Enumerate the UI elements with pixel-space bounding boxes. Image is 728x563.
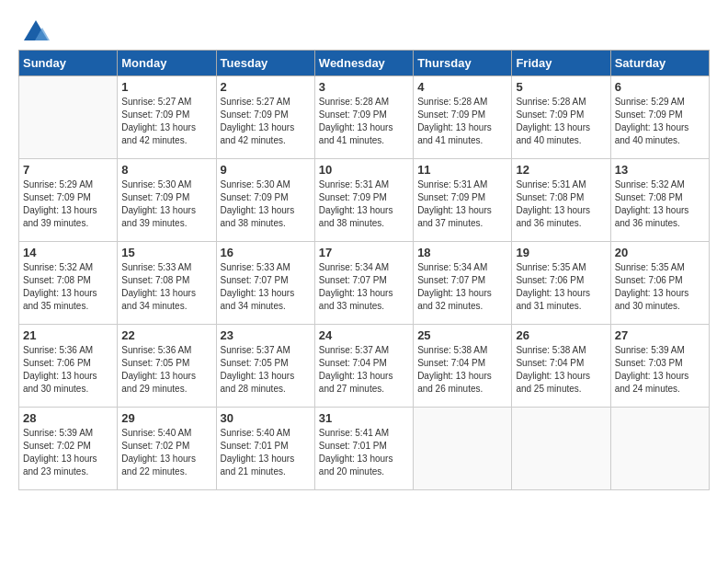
day-number: 6	[615, 80, 705, 94]
day-info: Sunrise: 5:35 AMSunset: 7:06 PMDaylight:…	[615, 261, 705, 313]
day-info: Sunrise: 5:32 AMSunset: 7:08 PMDaylight:…	[23, 261, 113, 313]
day-info: Sunrise: 5:31 AMSunset: 7:08 PMDaylight:…	[516, 178, 606, 230]
day-info: Sunrise: 5:34 AMSunset: 7:07 PMDaylight:…	[319, 261, 409, 313]
day-number: 29	[121, 411, 211, 425]
calendar-week-row: 28Sunrise: 5:39 AMSunset: 7:02 PMDayligh…	[19, 408, 710, 490]
day-info: Sunrise: 5:29 AMSunset: 7:09 PMDaylight:…	[23, 178, 113, 230]
day-number: 23	[221, 328, 311, 342]
calendar-week-row: 7Sunrise: 5:29 AMSunset: 7:09 PMDaylight…	[19, 159, 710, 242]
day-number: 21	[23, 328, 113, 342]
calendar-cell: 26Sunrise: 5:38 AMSunset: 7:04 PMDayligh…	[512, 325, 610, 408]
day-number: 18	[417, 246, 507, 259]
calendar-cell: 20Sunrise: 5:35 AMSunset: 7:06 PMDayligh…	[610, 242, 709, 325]
calendar-cell: 4Sunrise: 5:28 AMSunset: 7:09 PMDaylight…	[414, 76, 512, 159]
page-header	[18, 18, 710, 40]
day-number: 14	[23, 246, 113, 259]
day-number: 26	[516, 328, 606, 342]
calendar-cell: 25Sunrise: 5:38 AMSunset: 7:04 PMDayligh…	[414, 325, 512, 408]
calendar-cell: 9Sunrise: 5:30 AMSunset: 7:09 PMDaylight…	[216, 159, 314, 242]
day-number: 13	[615, 163, 705, 177]
calendar-cell: 3Sunrise: 5:28 AMSunset: 7:09 PMDaylight…	[314, 76, 413, 159]
day-number: 20	[615, 246, 705, 259]
calendar-cell: 7Sunrise: 5:29 AMSunset: 7:09 PMDaylight…	[19, 159, 118, 242]
day-number: 11	[417, 163, 507, 177]
logo	[18, 18, 50, 40]
day-info: Sunrise: 5:30 AMSunset: 7:09 PMDaylight:…	[221, 178, 311, 230]
day-number: 25	[417, 328, 507, 342]
calendar-table: SundayMondayTuesdayWednesdayThursdayFrid…	[18, 50, 710, 490]
calendar-header-row: SundayMondayTuesdayWednesdayThursdayFrid…	[19, 51, 710, 76]
calendar-cell: 28Sunrise: 5:39 AMSunset: 7:02 PMDayligh…	[19, 408, 118, 490]
calendar-cell: 8Sunrise: 5:30 AMSunset: 7:09 PMDaylight…	[118, 159, 216, 242]
day-info: Sunrise: 5:34 AMSunset: 7:07 PMDaylight:…	[417, 261, 507, 313]
day-info: Sunrise: 5:36 AMSunset: 7:06 PMDaylight:…	[23, 344, 113, 396]
calendar-week-row: 1Sunrise: 5:27 AMSunset: 7:09 PMDaylight…	[19, 76, 710, 159]
day-info: Sunrise: 5:35 AMSunset: 7:06 PMDaylight:…	[516, 261, 606, 313]
day-number: 9	[221, 163, 311, 177]
calendar-cell: 19Sunrise: 5:35 AMSunset: 7:06 PMDayligh…	[512, 242, 610, 325]
day-info: Sunrise: 5:32 AMSunset: 7:08 PMDaylight:…	[615, 178, 705, 230]
calendar-cell: 16Sunrise: 5:33 AMSunset: 7:07 PMDayligh…	[216, 242, 314, 325]
header-thursday: Thursday	[414, 51, 512, 76]
day-number: 1	[121, 80, 211, 94]
day-number: 31	[319, 411, 409, 425]
calendar-cell: 13Sunrise: 5:32 AMSunset: 7:08 PMDayligh…	[610, 159, 709, 242]
calendar-cell: 12Sunrise: 5:31 AMSunset: 7:08 PMDayligh…	[512, 159, 610, 242]
day-number: 15	[121, 246, 211, 259]
calendar-cell: 17Sunrise: 5:34 AMSunset: 7:07 PMDayligh…	[314, 242, 413, 325]
calendar-week-row: 14Sunrise: 5:32 AMSunset: 7:08 PMDayligh…	[19, 242, 710, 325]
day-number: 5	[516, 80, 606, 94]
day-info: Sunrise: 5:36 AMSunset: 7:05 PMDaylight:…	[121, 344, 211, 396]
day-info: Sunrise: 5:30 AMSunset: 7:09 PMDaylight:…	[121, 178, 211, 230]
day-number: 2	[221, 80, 311, 94]
day-info: Sunrise: 5:41 AMSunset: 7:01 PMDaylight:…	[319, 427, 409, 478]
calendar-cell: 29Sunrise: 5:40 AMSunset: 7:02 PMDayligh…	[118, 408, 216, 490]
header-monday: Monday	[118, 51, 216, 76]
header-sunday: Sunday	[19, 51, 118, 76]
calendar-cell: 2Sunrise: 5:27 AMSunset: 7:09 PMDaylight…	[216, 76, 314, 159]
calendar-cell: 1Sunrise: 5:27 AMSunset: 7:09 PMDaylight…	[118, 76, 216, 159]
header-tuesday: Tuesday	[216, 51, 314, 76]
calendar-cell: 15Sunrise: 5:33 AMSunset: 7:08 PMDayligh…	[118, 242, 216, 325]
day-info: Sunrise: 5:39 AMSunset: 7:03 PMDaylight:…	[615, 344, 705, 396]
calendar-cell: 22Sunrise: 5:36 AMSunset: 7:05 PMDayligh…	[118, 325, 216, 408]
day-info: Sunrise: 5:29 AMSunset: 7:09 PMDaylight:…	[615, 96, 705, 147]
day-info: Sunrise: 5:31 AMSunset: 7:09 PMDaylight:…	[319, 178, 409, 230]
day-info: Sunrise: 5:28 AMSunset: 7:09 PMDaylight:…	[319, 96, 409, 147]
day-number: 4	[417, 80, 507, 94]
calendar-cell: 21Sunrise: 5:36 AMSunset: 7:06 PMDayligh…	[19, 325, 118, 408]
day-number: 12	[516, 163, 606, 177]
day-info: Sunrise: 5:27 AMSunset: 7:09 PMDaylight:…	[121, 96, 211, 147]
calendar-week-row: 21Sunrise: 5:36 AMSunset: 7:06 PMDayligh…	[19, 325, 710, 408]
day-info: Sunrise: 5:33 AMSunset: 7:07 PMDaylight:…	[221, 261, 311, 313]
header-wednesday: Wednesday	[314, 51, 413, 76]
day-info: Sunrise: 5:37 AMSunset: 7:04 PMDaylight:…	[319, 344, 409, 396]
day-info: Sunrise: 5:39 AMSunset: 7:02 PMDaylight:…	[23, 427, 113, 478]
calendar-cell: 11Sunrise: 5:31 AMSunset: 7:09 PMDayligh…	[414, 159, 512, 242]
calendar-cell	[512, 408, 610, 490]
header-friday: Friday	[512, 51, 610, 76]
calendar-cell	[610, 408, 709, 490]
day-number: 24	[319, 328, 409, 342]
day-info: Sunrise: 5:27 AMSunset: 7:09 PMDaylight:…	[221, 96, 311, 147]
calendar-cell: 5Sunrise: 5:28 AMSunset: 7:09 PMDaylight…	[512, 76, 610, 159]
day-number: 19	[516, 246, 606, 259]
calendar-cell: 24Sunrise: 5:37 AMSunset: 7:04 PMDayligh…	[314, 325, 413, 408]
calendar-cell	[414, 408, 512, 490]
calendar-cell: 30Sunrise: 5:40 AMSunset: 7:01 PMDayligh…	[216, 408, 314, 490]
calendar-cell: 27Sunrise: 5:39 AMSunset: 7:03 PMDayligh…	[610, 325, 709, 408]
calendar-cell: 10Sunrise: 5:31 AMSunset: 7:09 PMDayligh…	[314, 159, 413, 242]
day-info: Sunrise: 5:28 AMSunset: 7:09 PMDaylight:…	[516, 96, 606, 147]
day-number: 3	[319, 80, 409, 94]
day-info: Sunrise: 5:38 AMSunset: 7:04 PMDaylight:…	[516, 344, 606, 396]
day-number: 17	[319, 246, 409, 259]
calendar-cell: 23Sunrise: 5:37 AMSunset: 7:05 PMDayligh…	[216, 325, 314, 408]
day-number: 8	[121, 163, 211, 177]
day-number: 16	[221, 246, 311, 259]
day-info: Sunrise: 5:33 AMSunset: 7:08 PMDaylight:…	[121, 261, 211, 313]
calendar-cell	[19, 76, 118, 159]
header-saturday: Saturday	[610, 51, 709, 76]
day-info: Sunrise: 5:40 AMSunset: 7:02 PMDaylight:…	[121, 427, 211, 478]
day-info: Sunrise: 5:37 AMSunset: 7:05 PMDaylight:…	[221, 344, 311, 396]
day-number: 30	[221, 411, 311, 425]
